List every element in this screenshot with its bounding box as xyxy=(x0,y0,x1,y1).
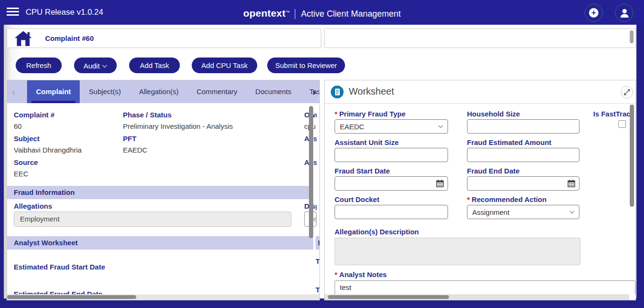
primary-fraud-type-label: *Primary Fraud Type xyxy=(335,110,406,118)
product-name: Active Client Management xyxy=(301,9,401,19)
page-title: Complaint #60 xyxy=(45,29,94,48)
subject-value: Vaibhavi Dhrangdhria xyxy=(14,146,82,154)
assistant-unit-size-input[interactable] xyxy=(335,148,448,162)
allegations-description-textarea xyxy=(335,238,580,265)
worksheet-horizontal-scrollbar-thumb[interactable] xyxy=(328,295,449,299)
worksheet-panel: Worksheet *Primary Fraud Type Household … xyxy=(324,80,636,300)
fraud-estimated-amount-input[interactable] xyxy=(467,148,579,162)
secondary-header-panel xyxy=(324,29,636,48)
tabs-scroll-right-icon[interactable]: › xyxy=(312,80,316,103)
worksheet-vertical-scrollbar-thumb[interactable] xyxy=(630,105,634,207)
home-icon[interactable] xyxy=(14,30,32,47)
worksheet-document-icon xyxy=(331,86,344,98)
hamburger-menu-icon[interactable] xyxy=(7,8,19,17)
phase-status-value: Preliminary Investigation - Analysis xyxy=(123,122,233,130)
submit-to-reviewer-button[interactable]: Submit to Reviewer xyxy=(267,58,345,73)
chevron-down-icon xyxy=(569,211,575,214)
complaint-number-value: 60 xyxy=(14,122,22,130)
expand-icon[interactable] xyxy=(621,86,633,98)
allegations-label: Allegations xyxy=(14,202,52,210)
mini-scrollbar-thumb[interactable] xyxy=(630,30,634,43)
tab-commentary[interactable]: Commentary xyxy=(187,80,246,103)
subject-label: Subject xyxy=(14,135,39,143)
recommended-action-select[interactable] xyxy=(467,205,579,219)
pft-value: EAEDC xyxy=(123,146,148,154)
user-profile-button[interactable] xyxy=(615,4,633,22)
allegations-description-label: Allegation(s) Description xyxy=(335,228,419,236)
phase-status-label: Phase / Status xyxy=(123,111,172,119)
worksheet-header: Worksheet xyxy=(325,80,635,104)
chevron-down-icon xyxy=(102,61,107,69)
fraud-estimated-amount-label: Fraud Estimated Amount xyxy=(467,138,551,146)
tab-complaint[interactable]: Complaint xyxy=(27,80,80,103)
worksheet-horizontal-scrollbar-track xyxy=(325,294,635,300)
plus-icon: + xyxy=(589,8,598,18)
add-cpu-task-button[interactable]: Add CPU Task xyxy=(192,58,257,73)
court-docket-input[interactable] xyxy=(335,205,448,219)
analyst-notes-label: *Analyst Notes xyxy=(335,270,387,279)
left-panel-vertical-scrollbar-thumb[interactable] xyxy=(309,106,313,238)
household-size-label: Household Size xyxy=(467,110,520,118)
recommended-action-label: *Recommended Action xyxy=(467,195,547,203)
household-size-input[interactable] xyxy=(467,119,579,134)
assistant-unit-size-label: Assistant Unit Size xyxy=(335,138,399,146)
is-fasttrack-checkbox[interactable] xyxy=(618,120,626,128)
fraud-end-date-field xyxy=(467,176,579,191)
fraud-information-section-header: Fraud Information xyxy=(7,186,313,199)
analyst-worksheet-section-header: Analyst Worksheet xyxy=(7,236,313,250)
add-task-button[interactable]: Add Task xyxy=(129,58,180,73)
worksheet-title: Worksheet xyxy=(349,86,394,97)
breadcrumb-panel: Complaint #60 xyxy=(7,29,321,48)
calendar-icon[interactable] xyxy=(436,179,444,188)
allegations-field: Employment xyxy=(14,212,291,227)
trademark-symbol: ™ xyxy=(286,10,290,15)
source-value: EEC xyxy=(14,170,28,178)
court-docket-label: Court Docket xyxy=(335,195,379,203)
refresh-button[interactable]: Refresh xyxy=(16,58,62,73)
logo-divider: | xyxy=(294,7,297,19)
user-icon xyxy=(619,8,630,19)
clipped-total-label-2: To xyxy=(316,286,320,294)
complaint-tabbar: Complaint Subject(s) Allegation(s) Comme… xyxy=(7,80,319,103)
estimated-fraud-start-date-label: Estimated Fraud Start Date xyxy=(14,263,105,271)
app-window: CPU Release v1.0.24 opentext™|Active Cli… xyxy=(0,0,644,308)
app-version-label: CPU Release v1.0.24 xyxy=(26,0,103,25)
chevron-down-icon xyxy=(438,125,443,128)
tab-tasks[interactable]: Tasks xyxy=(300,80,320,103)
complaint-number-label: Complaint # xyxy=(14,111,55,119)
fraud-end-date-label: Fraud End Date xyxy=(467,167,520,175)
tab-allegations[interactable]: Allegation(s) xyxy=(130,80,187,103)
fraud-start-date-input[interactable] xyxy=(335,176,448,191)
fraud-start-date-field xyxy=(335,176,448,191)
opentext-wordmark: opentext xyxy=(243,8,286,19)
fraud-end-date-input[interactable] xyxy=(467,176,579,191)
is-fasttrack-label: Is FastTrack xyxy=(593,110,630,118)
scrollbar-corner xyxy=(629,294,635,300)
audit-dropdown-button[interactable]: Audit xyxy=(74,58,117,73)
top-navigation-bar: CPU Release v1.0.24 opentext™|Active Cli… xyxy=(0,0,644,25)
add-new-button[interactable]: + xyxy=(585,4,603,22)
source-label: Source xyxy=(14,158,38,166)
complaint-detail-panel: Complaint Subject(s) Allegation(s) Comme… xyxy=(7,80,320,300)
primary-fraud-type-value[interactable] xyxy=(335,119,448,134)
left-panel-horizontal-scrollbar-track xyxy=(7,294,319,300)
clipped-total-label-1: To xyxy=(316,257,320,265)
pft-label: PFT xyxy=(123,135,136,143)
clipped-section-header: F xyxy=(316,236,320,250)
primary-fraud-type-select[interactable] xyxy=(335,119,448,134)
calendar-icon[interactable] xyxy=(567,179,576,188)
brand-logo: opentext™|Active Client Management xyxy=(243,0,401,27)
tab-subjects[interactable]: Subject(s) xyxy=(80,80,130,103)
left-panel-horizontal-scrollbar-thumb[interactable] xyxy=(7,295,136,299)
recommended-action-value[interactable] xyxy=(467,205,579,219)
fraud-start-date-label: Fraud Start Date xyxy=(335,167,390,175)
tab-documents[interactable]: Documents xyxy=(246,80,300,103)
tabs-scroll-left-icon[interactable]: ‹ xyxy=(12,80,15,103)
